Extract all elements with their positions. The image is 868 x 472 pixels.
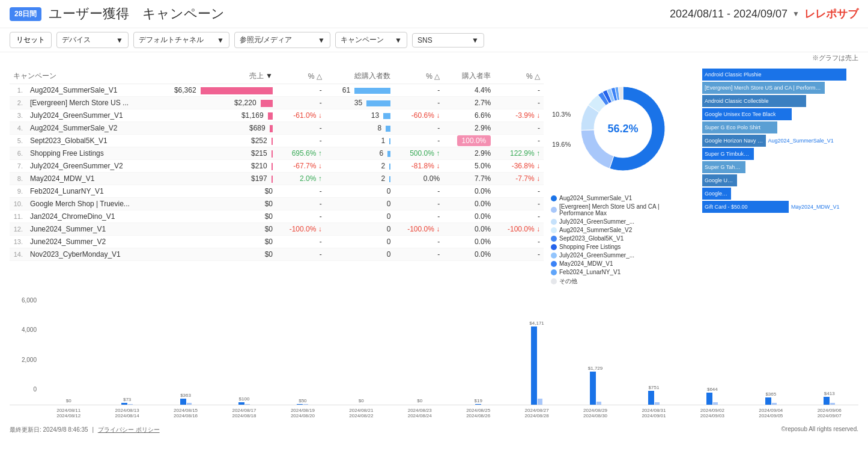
table-row: 8. May2024_MDW_V1 $197 2.0% ↑ 2 0.0% 7.7… <box>10 173 544 185</box>
legend-item: Shopping Free Listings <box>551 244 695 250</box>
row-number: 5. <box>10 135 26 147</box>
x-label: 2024/08/172024/08/18 <box>215 408 273 418</box>
campaign-filter[interactable]: キャンペーン▼ <box>335 32 407 48</box>
bar-group: $0 <box>391 398 449 405</box>
product-bar-label: Super G Tahoe Women's Black Puffer Vest <box>705 164 743 170</box>
row-number: 7. <box>10 160 26 173</box>
bar-value-label: $751 <box>649 385 660 390</box>
product-bar-row: Super G Eco Polo Shirt <box>702 121 858 133</box>
campaign-name: July2024_GreenSummer_V1 <box>26 109 145 122</box>
sales-value: $0 <box>145 185 276 198</box>
donut-chart-section: 56.2% 10.3% 19.6% Aug2024_SummerSale_V1 … <box>551 69 695 287</box>
pct-rate: -100.0% ↓ <box>494 223 544 236</box>
buyers-count: 0 <box>326 236 395 248</box>
product-bar: Gift Card - $50.00 <box>702 201 789 213</box>
reset-button[interactable]: リセット <box>10 32 52 48</box>
legend-item: July2024_GreenSummer_... <box>551 218 695 225</box>
privacy-link[interactable]: プライバシー ポリシー <box>98 426 160 433</box>
buyers-count: 2 <box>326 160 395 173</box>
product-bar-label: Google Horizon Navy Fleece Women's Jacke… <box>705 138 763 144</box>
bar-group: $0 <box>40 398 97 405</box>
chevron-down-icon: ▼ <box>318 36 325 44</box>
pct-sales: 2.0% ↑ <box>276 173 326 185</box>
bar-stack <box>297 404 308 405</box>
bar-stack <box>475 404 481 405</box>
conversion-rate: 0.0% <box>443 198 494 210</box>
bar-group: $363 <box>157 393 214 405</box>
bar-group: $100 <box>215 396 273 405</box>
legend-label: Feb2024_LunarNY_V1 <box>559 269 621 275</box>
conversion-rate: 6.6% <box>443 109 494 122</box>
bar-group: $50 <box>274 398 332 405</box>
row-number: 9. <box>10 185 26 198</box>
product-bar-row: Android Classic Plushie <box>702 69 858 81</box>
sales-value: $252 <box>145 135 276 147</box>
product-bar-row: Super G Timbuk2 Recycled Backpack <box>702 148 858 160</box>
legend-label: Aug2024_SummerSale_V1 <box>559 195 632 201</box>
filter-bar: リセット デバイス▼ デフォルトチャネル▼ 参照元/メディア▼ キャンペーン▼ … <box>0 28 868 52</box>
y-axis-labels: 6,000 4,000 2,000 0 <box>10 297 37 393</box>
footer-left: 最終更新日: 2024/9/8 8:46:35 | プライバシー ポリシー <box>10 426 160 434</box>
pct-buyers: - <box>394 185 443 198</box>
bar-value-label: $0 <box>359 398 364 403</box>
bar-value-label: $73 <box>123 397 131 402</box>
source-filter[interactable]: 参照元/メディア▼ <box>234 32 330 48</box>
table-row: 10. Google Merch Shop | Truevie... $0 - … <box>10 198 544 210</box>
product-bar-row: Google Black Eco Zip Hoodie <box>702 188 858 200</box>
sales-value: $1,169 <box>145 109 276 122</box>
bar-value-label: $0 <box>417 398 422 403</box>
bar-secondary <box>830 403 835 405</box>
campaign-name: Nov2023_CyberMonday_V1 <box>26 248 145 261</box>
buyers-count: 0 <box>326 185 395 198</box>
pct-buyers: - <box>394 122 443 135</box>
th-sales[interactable]: 売上 ▼ <box>145 69 276 84</box>
bar-stack <box>417 404 423 405</box>
x-label: 2024/08/252024/08/26 <box>449 408 507 418</box>
date-range: 2024/08/11 - 2024/09/07 <box>670 8 788 20</box>
product-bar: Super G Eco Polo Shirt <box>702 121 777 133</box>
legend-dot <box>551 269 557 275</box>
sales-value: $6,362 <box>145 84 276 97</box>
date-dropdown-arrow[interactable]: ▼ <box>792 10 800 18</box>
x-label: 2024/08/272024/08/28 <box>508 408 565 418</box>
pct-sales: - <box>276 210 326 223</box>
page-header: 28日間 ユーザー獲得 キャンペーン 2024/08/11 - 2024/09/… <box>0 0 868 28</box>
conversion-rate: 5.0% <box>443 160 494 173</box>
chevron-down-icon: ▼ <box>217 36 224 44</box>
bar-primary <box>824 397 830 405</box>
product-bar-label: Google Unisex Expedition Half Zip <box>705 177 735 183</box>
pct-buyers: - <box>394 97 443 109</box>
header-left: 28日間 ユーザー獲得 キャンペーン <box>10 5 225 23</box>
buyers-count: 6 <box>326 147 395 160</box>
conversion-rate: 2.7% <box>443 97 494 109</box>
page-title: ユーザー獲得 キャンペーン <box>49 5 225 23</box>
device-filter[interactable]: デバイス▼ <box>56 32 129 48</box>
sales-value: $689 <box>145 122 276 135</box>
pct-rate: - <box>494 84 544 97</box>
legend-label: Aug2024_SummerSale_V2 <box>559 227 632 233</box>
campaign-table-section: キャンペーン 売上 ▼ % △ 総購入者数 % △ 購入者率 % △ 1. Au… <box>10 69 544 287</box>
legend-dot <box>551 253 557 259</box>
pct-rate: -7.7% ↓ <box>494 173 544 185</box>
table-row: 6. Shopping Free Listings $215 695.6% ↑ … <box>10 147 544 160</box>
main-content: キャンペーン 売上 ▼ % △ 総購入者数 % △ 購入者率 % △ 1. Au… <box>0 64 868 292</box>
pct-196: 19.6% <box>552 141 571 148</box>
bar-group: $751 <box>625 385 682 405</box>
donut-center-label: 56.2% <box>607 123 638 135</box>
table-row: 2. [Evergreen] Merch Store US ... $2,220… <box>10 97 544 109</box>
table-row: 9. Feb2024_LunarNY_V1 $0 - 0 - 0.0% - <box>10 185 544 198</box>
channel-filter[interactable]: デフォルトチャネル▼ <box>133 32 229 48</box>
legend-item: [Evergreen] Merch Store US and CA | Perf… <box>551 203 695 216</box>
sales-value: $215 <box>145 147 276 160</box>
sns-filter[interactable]: SNS▼ <box>412 33 484 48</box>
bar-stack <box>648 391 660 405</box>
pct-buyers: -60.6% ↓ <box>394 109 443 122</box>
buyers-count: 8 <box>326 122 395 135</box>
product-bar-label: [Evergreen] Merch Store US and CA | Perf… <box>705 85 822 91</box>
pct-rate: - <box>494 97 544 109</box>
pct-rate: -3.9% ↓ <box>494 109 544 122</box>
legend-item: July2024_GreenSummer_... <box>551 252 695 259</box>
sales-value: $0 <box>145 248 276 261</box>
product-bar-row: Google Horizon Navy Fleece Women's Jacke… <box>702 135 858 147</box>
pct-sales: - <box>276 135 326 147</box>
